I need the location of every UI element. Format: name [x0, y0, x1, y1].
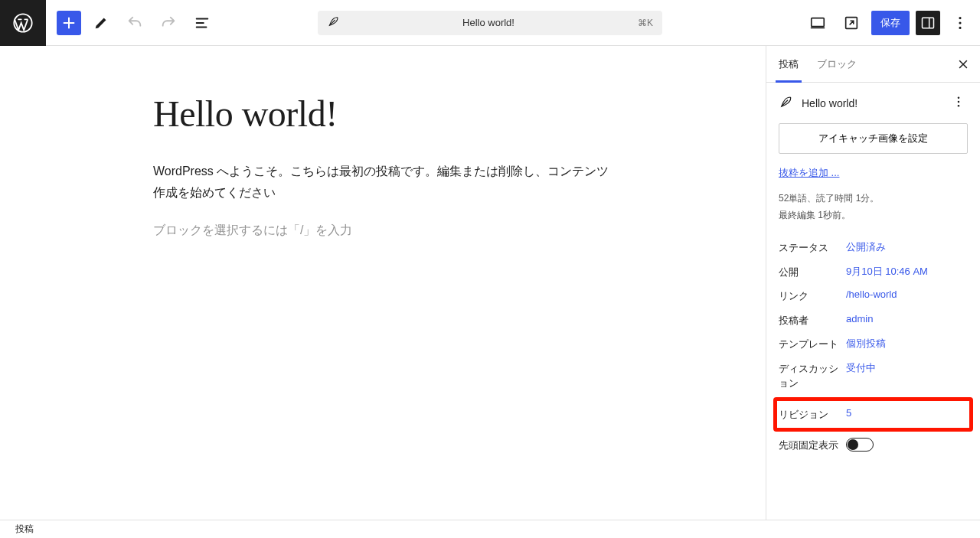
document-overview-button[interactable] [188, 9, 216, 37]
breadcrumb-item[interactable]: 投稿 [15, 523, 34, 536]
row-revisions[interactable]: リビジョン 5 [773, 397, 973, 432]
tab-block[interactable]: ブロック [808, 46, 866, 82]
add-block-button[interactable] [57, 11, 81, 35]
post-paragraph[interactable]: WordPress へようこそ。こちらは最初の投稿です。編集または削除し、コンテ… [153, 161, 612, 205]
tab-post[interactable]: 投稿 [769, 46, 808, 82]
svg-point-8 [958, 101, 960, 103]
block-appender[interactable]: ブロックを選択するには「/」を入力 [153, 223, 612, 239]
svg-point-6 [959, 26, 961, 28]
sidebar-tabs: 投稿 ブロック [766, 46, 980, 83]
view-post-button[interactable] [838, 9, 865, 37]
wordpress-logo[interactable] [0, 0, 46, 46]
redo-button[interactable] [155, 9, 182, 37]
row-link[interactable]: リンク /hello-world [779, 284, 968, 308]
meta-wordcount: 52単語、読了時間 1分。 [779, 191, 968, 207]
settings-sidebar: 投稿 ブロック Hello world! アイキャッチ画像を設定 抜粋を追加 .… [766, 46, 980, 520]
post-meta-summary: 52単語、読了時間 1分。 最終編集 1秒前。 [779, 191, 968, 223]
post-title[interactable]: Hello world! [153, 92, 612, 136]
row-sticky: 先頭固定表示 [779, 433, 968, 458]
command-center-title: Hello world! [339, 17, 638, 28]
block-breadcrumb[interactable]: 投稿 [0, 520, 980, 538]
row-template[interactable]: テンプレート 個別投稿 [779, 332, 968, 357]
svg-rect-1 [812, 18, 825, 26]
row-discussion[interactable]: ディスカッション 受付中 [779, 357, 968, 396]
row-author[interactable]: 投稿者 admin [779, 308, 968, 333]
sidebar-post-title: Hello world! [802, 97, 949, 109]
feather-icon [779, 95, 794, 111]
feather-icon [327, 15, 339, 30]
svg-point-9 [958, 105, 960, 107]
sidebar-post-header: Hello world! [779, 95, 968, 111]
svg-point-7 [958, 96, 960, 99]
options-button[interactable] [946, 9, 974, 37]
edit-tool-button[interactable] [87, 9, 115, 37]
editor-canvas[interactable]: Hello world! WordPress へようこそ。こちらは最初の投稿です… [0, 46, 766, 520]
top-toolbar: Hello world! ⌘K 保存 [0, 0, 980, 46]
post-actions-menu[interactable] [949, 95, 968, 111]
svg-point-4 [959, 17, 961, 19]
command-center-shortcut: ⌘K [638, 18, 653, 28]
meta-lastedit: 最終編集 1秒前。 [779, 207, 968, 224]
sticky-toggle[interactable] [846, 438, 874, 452]
save-button[interactable]: 保存 [871, 11, 910, 35]
add-excerpt-link[interactable]: 抜粋を追加 ... [779, 166, 839, 180]
undo-button[interactable] [121, 9, 149, 37]
row-publish[interactable]: 公開 9月10日 10:46 AM [779, 260, 968, 285]
close-sidebar-button[interactable] [949, 51, 977, 78]
command-center[interactable]: Hello world! ⌘K [318, 11, 662, 35]
view-device-button[interactable] [804, 9, 831, 37]
set-featured-image-button[interactable]: アイキャッチ画像を設定 [779, 123, 968, 154]
row-status[interactable]: ステータス 公開済み [779, 236, 968, 260]
svg-point-5 [959, 21, 961, 24]
sidebar-toggle-button[interactable] [916, 11, 940, 35]
svg-rect-3 [923, 18, 934, 28]
